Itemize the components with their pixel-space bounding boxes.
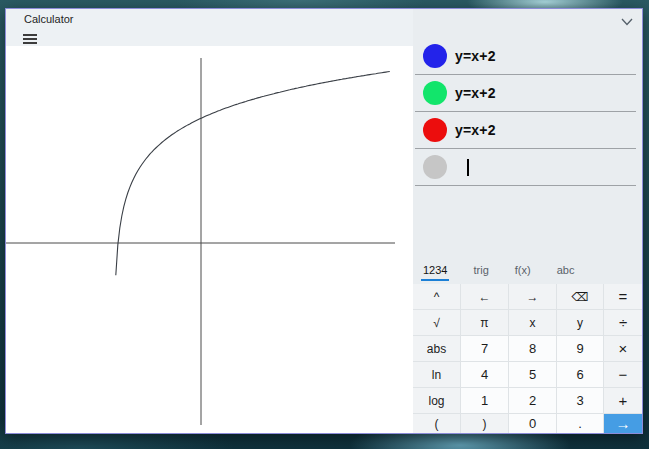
key-backspace[interactable]: ⌫ (557, 284, 603, 309)
window-title: Calculator (24, 13, 74, 25)
key-minus[interactable]: − (604, 362, 642, 387)
chevron-down-icon[interactable] (621, 18, 633, 26)
key-close-paren[interactable]: ) (461, 414, 508, 433)
text-cursor (467, 159, 469, 176)
key-sqrt[interactable]: √ (413, 310, 460, 335)
equation-row[interactable]: y=x+2 (415, 38, 636, 75)
keypad-tabs: 1234trigf(x)abc (413, 256, 642, 284)
equation-text[interactable]: y=x+2 (455, 122, 496, 138)
key-six[interactable]: 6 (557, 362, 603, 387)
hamburger-menu-icon[interactable] (23, 34, 37, 44)
key-plus[interactable]: + (604, 388, 642, 413)
key-pi[interactable]: π (461, 310, 508, 335)
key-multiply[interactable]: × (604, 336, 642, 361)
function-curve (116, 72, 390, 276)
tab-abc[interactable]: abc (555, 264, 577, 281)
key-eight[interactable]: 8 (509, 336, 556, 361)
key-var-x[interactable]: x (509, 310, 556, 335)
tab-trig[interactable]: trig (471, 264, 490, 281)
key-divide[interactable]: ÷ (604, 310, 642, 335)
key-arrow-left[interactable]: ← (461, 284, 508, 309)
key-one[interactable]: 1 (461, 388, 508, 413)
tab-1234[interactable]: 1234 (421, 264, 449, 281)
key-decimal[interactable]: . (557, 414, 603, 433)
key-var-y[interactable]: y (557, 310, 603, 335)
key-two[interactable]: 2 (509, 388, 556, 413)
key-zero[interactable]: 0 (509, 414, 556, 433)
key-seven[interactable]: 7 (461, 336, 508, 361)
key-ln[interactable]: ln (413, 362, 460, 387)
equation-color-dot[interactable] (423, 81, 447, 105)
key-three[interactable]: 3 (557, 388, 603, 413)
key-arrow-right[interactable]: → (509, 284, 556, 309)
calculator-window: Calculator – □ × y=x+2y=x+2y=x+2 1234tri… (5, 8, 643, 434)
equation-panel: y=x+2y=x+2y=x+2 1234trigf(x)abc ^←→⌫=√πx… (413, 9, 642, 433)
keypad: ^←→⌫=√πxy÷abs789×ln456−log123+()0.→ (413, 284, 642, 433)
key-nine[interactable]: 9 (557, 336, 603, 361)
graph-plot (6, 46, 413, 433)
equation-color-dot[interactable] (423, 118, 447, 142)
equation-row[interactable]: y=x+2 (415, 112, 636, 149)
equation-color-dot[interactable] (423, 155, 447, 179)
graph-canvas[interactable] (6, 46, 413, 433)
key-abs[interactable]: abs (413, 336, 460, 361)
key-equals[interactable]: = (604, 284, 642, 309)
equation-row[interactable]: y=x+2 (415, 75, 636, 112)
key-open-paren[interactable]: ( (413, 414, 460, 433)
desktop: { "window": { "title": "Calculator", "co… (0, 0, 649, 449)
equation-row[interactable] (415, 149, 636, 186)
key-enter[interactable]: → (604, 414, 642, 433)
tab-fx[interactable]: f(x) (513, 264, 533, 281)
equation-color-dot[interactable] (423, 44, 447, 68)
equation-text[interactable]: y=x+2 (455, 48, 496, 64)
equation-text[interactable]: y=x+2 (455, 85, 496, 101)
key-log[interactable]: log (413, 388, 460, 413)
key-caret[interactable]: ^ (413, 284, 460, 309)
key-four[interactable]: 4 (461, 362, 508, 387)
key-five[interactable]: 5 (509, 362, 556, 387)
equation-list: y=x+2y=x+2y=x+2 (413, 38, 642, 186)
